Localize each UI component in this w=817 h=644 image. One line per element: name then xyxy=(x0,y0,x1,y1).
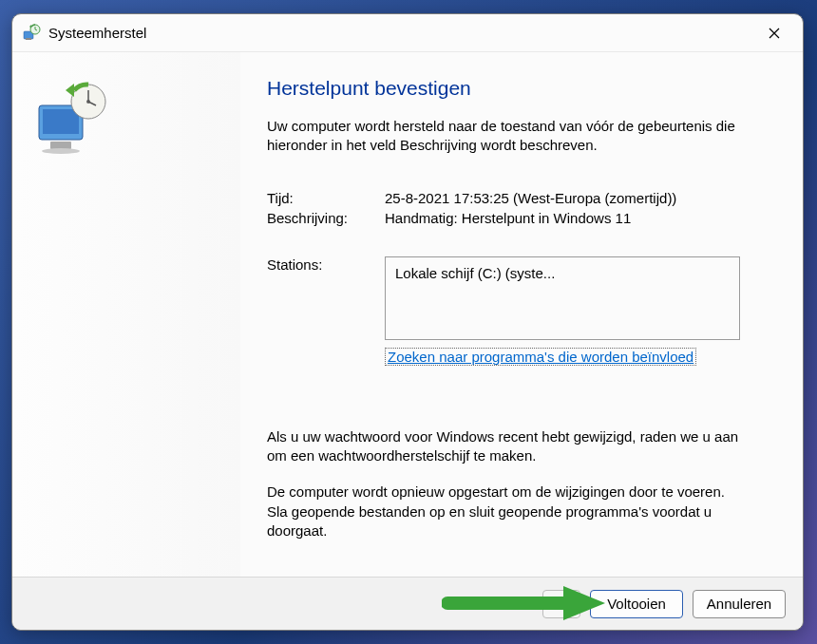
stations-listbox[interactable]: Lokale schijf (C:) (syste... xyxy=(385,256,740,340)
titlebar: Systeemherstel xyxy=(12,14,803,52)
sidebar xyxy=(12,52,240,577)
time-value: 25-8-2021 17:53:25 (West-Europa (zomerti… xyxy=(385,190,746,206)
stations-label: Stations: xyxy=(267,256,385,366)
back-button[interactable] xyxy=(542,590,580,618)
intro-text: Uw computer wordt hersteld naar de toest… xyxy=(267,117,746,156)
svg-marker-10 xyxy=(66,84,74,97)
svg-rect-1 xyxy=(26,38,31,40)
description-value: Handmatig: Herstelpunt in Windows 11 xyxy=(385,210,746,226)
password-note: Als u uw wachtwoord voor Windows recent … xyxy=(267,427,746,466)
system-restore-icon xyxy=(22,24,41,43)
station-item[interactable]: Lokale schijf (C:) (syste... xyxy=(395,265,730,281)
system-restore-hero-icon xyxy=(31,81,117,157)
stations-cell: Lokale schijf (C:) (syste... Zoeken naar… xyxy=(385,256,746,366)
finish-button[interactable]: Voltooien xyxy=(590,590,683,618)
cancel-button[interactable]: Annuleren xyxy=(693,590,786,618)
annotation-arrow-icon xyxy=(442,582,613,624)
content-area: Herstelpunt bevestigen Uw computer wordt… xyxy=(240,52,803,577)
restart-note: De computer wordt opnieuw opgestart om d… xyxy=(267,483,746,540)
svg-point-7 xyxy=(42,148,80,154)
svg-rect-6 xyxy=(50,142,71,149)
footer: Voltooien Annuleren xyxy=(12,577,803,630)
close-icon xyxy=(769,28,780,39)
dialog-body: Herstelpunt bevestigen Uw computer wordt… xyxy=(12,52,803,577)
description-label: Beschrijving: xyxy=(267,210,385,226)
svg-rect-5 xyxy=(43,109,79,134)
window-title: Systeemherstel xyxy=(48,25,146,41)
time-label: Tijd: xyxy=(267,190,385,206)
details-grid: Tijd: 25-8-2021 17:53:25 (West-Europa (z… xyxy=(267,190,746,366)
dialog-window: Systeemherstel xyxy=(11,13,804,631)
scan-affected-programs-link[interactable]: Zoeken naar programma's die worden beïnv… xyxy=(385,348,696,366)
close-button[interactable] xyxy=(755,19,793,47)
page-heading: Herstelpunt bevestigen xyxy=(267,77,746,100)
